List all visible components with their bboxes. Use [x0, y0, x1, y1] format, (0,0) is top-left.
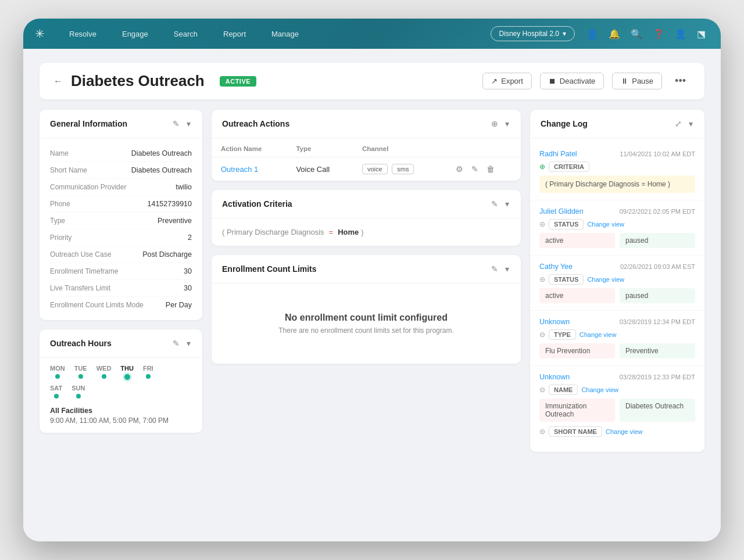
- old-val-2: active: [539, 288, 615, 303]
- outreach-actions-actions: ⊕ ▾: [490, 118, 510, 130]
- short-name-label: Short Name: [50, 166, 87, 174]
- days-row-weekdays: MON TUE WED THU: [40, 358, 202, 382]
- log-badge-row-1: ⊝ STATUS Change view: [539, 219, 695, 229]
- tue-dot: [78, 374, 83, 379]
- edit-criteria-button[interactable]: ✎: [490, 198, 499, 210]
- day-sat: SAT: [50, 385, 62, 399]
- use-case-label: Outreach Use Case: [50, 250, 111, 259]
- log-tag-1: STATUS: [549, 219, 584, 229]
- log-user-2[interactable]: Cathy Yee: [539, 263, 573, 271]
- collapse-general-info-button[interactable]: ▾: [185, 118, 192, 130]
- action-person-icon[interactable]: ⚙: [455, 163, 464, 175]
- action-delete-button[interactable]: 🗑: [485, 163, 496, 175]
- change-view-4[interactable]: Change view: [581, 386, 618, 393]
- change-view-1[interactable]: Change view: [587, 221, 624, 228]
- search-icon[interactable]: 🔍: [627, 26, 646, 42]
- short-name-value: Diabetes Outreach: [131, 166, 192, 174]
- nav-report[interactable]: Report: [210, 19, 259, 49]
- edit-general-info-button[interactable]: ✎: [171, 118, 181, 130]
- log-entry-2-header: Cathy Yee 02/26/2021 09:03 AM EST: [539, 263, 695, 271]
- log-tag-4: NAME: [549, 385, 578, 395]
- activation-criteria-title: Activation Criteria: [222, 199, 292, 209]
- back-button[interactable]: ←: [53, 76, 63, 87]
- logo-icon[interactable]: ✳: [35, 27, 45, 41]
- nav-search[interactable]: Search: [161, 19, 210, 49]
- page-header: ← Diabetes Outreach ACTIVE ↗ Export ⏹ De…: [40, 63, 704, 99]
- empty-title: No enrollment count limit configured: [285, 313, 448, 323]
- change-log-card: Change Log ⤢ ▾ Radhi Patel 11/04/2021 10…: [530, 110, 704, 452]
- status-badge: ACTIVE: [220, 76, 256, 87]
- more-options-button[interactable]: •••: [670, 73, 691, 89]
- log-badge-row-4: ⊝ NAME Change view: [539, 385, 695, 395]
- info-row-limits-mode: Enrollment Count Limits Mode Per Day: [50, 297, 192, 313]
- log-user-0[interactable]: Radhi Patel: [539, 150, 577, 158]
- pause-button[interactable]: ⏸ Pause: [612, 73, 662, 89]
- action-edit-button[interactable]: ✎: [470, 163, 480, 175]
- old-val-4: Immunization Outreach: [539, 399, 615, 422]
- activation-criteria-card: Activation Criteria ✎ ▾ ( Primary Discha…: [212, 190, 521, 246]
- pause-label: Pause: [632, 77, 653, 85]
- facility-info: All Facilities 9:00 AM, 11:00 AM, 5:00 P…: [40, 401, 202, 433]
- bell-icon[interactable]: 🔔: [605, 26, 624, 42]
- day-fri: FRI: [143, 365, 153, 380]
- collapse-log-button[interactable]: ▾: [688, 118, 694, 130]
- transfers-value: 30: [184, 284, 192, 292]
- info-row-type: Type Preventive: [50, 213, 192, 229]
- sms-badge: sms: [392, 164, 414, 174]
- collapse-actions-button[interactable]: ▾: [504, 118, 510, 130]
- log-time-0: 11/04/2021 10:02 AM EDT: [620, 150, 695, 157]
- change-log-actions: ⤢ ▾: [674, 118, 694, 130]
- help-icon[interactable]: ❓: [649, 26, 668, 42]
- criteria-content: ( Primary Discharge Diagnosis = Home ): [212, 218, 521, 246]
- collapse-hours-button[interactable]: ▾: [185, 338, 192, 349]
- actions-table: Action Name Type Channel Outreach 1 Voic…: [212, 138, 521, 181]
- type-label: Type: [50, 217, 65, 225]
- mon-dot: [55, 374, 60, 379]
- nav-resolve[interactable]: Resolve: [56, 19, 109, 49]
- change-view-2[interactable]: Change view: [587, 276, 624, 283]
- nav-engage[interactable]: Engage: [109, 19, 161, 49]
- outreach-hours-actions: ✎ ▾: [171, 338, 192, 349]
- general-info-actions: ✎ ▾: [171, 118, 192, 130]
- export-label: Export: [501, 77, 523, 85]
- deactivate-button[interactable]: ⏹ Deactivate: [540, 73, 604, 89]
- user-icon[interactable]: 👤: [671, 26, 690, 42]
- enrollment-empty-state: No enrollment count limit configured The…: [212, 283, 521, 364]
- signout-icon[interactable]: ⬔: [693, 26, 709, 42]
- expr-equals: =: [329, 228, 334, 236]
- wed-dot: [102, 374, 106, 379]
- action-name-link[interactable]: Outreach 1: [221, 165, 258, 174]
- sat-dot: [54, 394, 59, 399]
- collapse-enrollment-button[interactable]: ▾: [504, 263, 510, 275]
- expand-log-button[interactable]: ⤢: [674, 118, 683, 130]
- log-entry-0-header: Radhi Patel 11/04/2021 10:02 AM EDT: [539, 150, 695, 158]
- log-entry-2: Cathy Yee 02/26/2021 09:03 AM EST ⊝ STAT…: [530, 256, 704, 311]
- expr-value: Home: [338, 228, 359, 236]
- new-val-4: Diabetes Outreach: [620, 399, 695, 422]
- log-badge-row-0: ⊕ CRITERIA: [539, 161, 695, 172]
- log-user-3[interactable]: Unknown: [539, 318, 570, 326]
- new-val-3: Preventive: [620, 343, 695, 358]
- collapse-criteria-button[interactable]: ▾: [504, 198, 510, 210]
- log-badge-row-2: ⊝ STATUS Change view: [539, 274, 695, 285]
- nav-manage[interactable]: Manage: [259, 19, 312, 49]
- extra-change-view-4[interactable]: Change view: [606, 428, 643, 435]
- edit-hours-button[interactable]: ✎: [171, 338, 181, 349]
- log-values-3: Flu Prevention Preventive: [539, 343, 695, 358]
- enrollment-actions: ✎ ▾: [490, 263, 510, 275]
- change-icon-3: ⊝: [539, 331, 545, 339]
- phone-label: Phone: [50, 200, 70, 208]
- outreach-actions-card: Outreach Actions ⊕ ▾ Action Name Type Ch…: [212, 110, 521, 181]
- outreach-actions-header: Outreach Actions ⊕ ▾: [212, 110, 521, 138]
- log-user-1[interactable]: Juliet Glidden: [539, 207, 584, 216]
- person-icon[interactable]: 👤: [583, 26, 602, 42]
- day-thu: THU: [120, 365, 134, 380]
- log-user-4[interactable]: Unknown: [539, 373, 570, 381]
- add-action-button[interactable]: ⊕: [490, 118, 499, 130]
- sun-dot: [76, 394, 81, 399]
- hospital-selector[interactable]: Disney Hospital 2.0 ▾: [491, 26, 575, 41]
- change-view-3[interactable]: Change view: [580, 331, 617, 338]
- export-button[interactable]: ↗ Export: [482, 73, 532, 89]
- edit-enrollment-button[interactable]: ✎: [490, 263, 499, 275]
- log-entry-1-header: Juliet Glidden 09/22/2021 02:05 PM EDT: [539, 207, 695, 216]
